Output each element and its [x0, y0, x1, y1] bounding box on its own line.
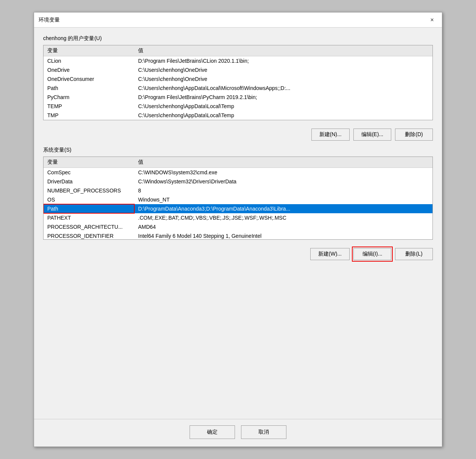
- system-table-body: ComSpecC:\WINDOWS\system32\cmd.exeDriver…: [44, 168, 432, 240]
- user-table-row[interactable]: PyCharmD:\Program Files\JetBrains\PyChar…: [44, 93, 432, 102]
- user-col-var-header: 变量: [44, 45, 134, 56]
- system-buttons-row: 新建(W)... 编辑(I)... 删除(L): [43, 248, 433, 260]
- system-var-cell: OS: [44, 195, 134, 204]
- system-table-row[interactable]: PROCESSOR_IDENTIFIERIntel64 Family 6 Mod…: [44, 231, 432, 239]
- system-delete-button[interactable]: 删除(L): [395, 248, 433, 260]
- user-table-row[interactable]: CLionD:\Program Files\JetBrains\CLion 20…: [44, 56, 432, 66]
- user-var-cell: PyCharm: [44, 93, 134, 102]
- user-var-cell: OneDriveConsumer: [44, 74, 134, 84]
- system-val-cell: 8: [134, 186, 432, 195]
- user-val-cell: C:\Users\chenhong\OneDrive: [134, 74, 432, 84]
- user-table-row[interactable]: PathC:\Users\chenhong\AppData\Local\Micr…: [44, 84, 432, 93]
- system-val-cell: Windows_NT: [134, 195, 432, 204]
- user-var-cell: CLion: [44, 56, 134, 66]
- system-var-cell: PATHEXT: [44, 213, 134, 222]
- system-table-row[interactable]: ComSpecC:\WINDOWS\system32\cmd.exe: [44, 168, 432, 177]
- system-variables-table-container: 变量 值 ComSpecC:\WINDOWS\system32\cmd.exeD…: [43, 157, 433, 240]
- user-val-cell: D:\Program Files\JetBrains\PyCharm 2019.…: [134, 93, 432, 102]
- system-table-row[interactable]: NUMBER_OF_PROCESSORS8: [44, 186, 432, 195]
- user-var-cell: TEMP: [44, 102, 134, 111]
- user-section-label: chenhong 的用户变量(U): [43, 35, 433, 42]
- system-table-row[interactable]: OSWindows_NT: [44, 195, 432, 204]
- system-col-val-header: 值: [134, 157, 432, 168]
- user-val-cell: C:\Users\chenhong\OneDrive: [134, 65, 432, 74]
- system-val-cell: C:\WINDOWS\system32\cmd.exe: [134, 168, 432, 177]
- user-val-cell: C:\Users\chenhong\AppData\Local\Temp: [134, 102, 432, 111]
- system-var-cell: PROCESSOR_ARCHITECTU...: [44, 222, 134, 231]
- user-val-cell: C:\Users\chenhong\AppData\Local\Microsof…: [134, 84, 432, 93]
- user-table-header: 变量 值: [44, 45, 432, 56]
- user-variables-table-container: 变量 值 CLionD:\Program Files\JetBrains\CLi…: [43, 45, 433, 120]
- system-var-cell: DriverData: [44, 177, 134, 186]
- system-table-row[interactable]: DriverDataC:\Windows\System32\Drivers\Dr…: [44, 177, 432, 186]
- dialog-body: chenhong 的用户变量(U) 变量 值 CLionD:\Program F…: [34, 28, 442, 419]
- user-edit-button[interactable]: 编辑(E)...: [353, 129, 391, 141]
- environment-variables-dialog: 环境变量 × chenhong 的用户变量(U) 变量 值 CLionD:\Pr…: [34, 12, 442, 447]
- system-table-header: 变量 值: [44, 157, 432, 168]
- user-table-body: CLionD:\Program Files\JetBrains\CLion 20…: [44, 56, 432, 120]
- user-buttons-row: 新建(N)... 编辑(E)... 删除(D): [43, 129, 433, 141]
- user-table-row[interactable]: TEMPC:\Users\chenhong\AppData\Local\Temp: [44, 102, 432, 111]
- system-var-cell: Path: [44, 204, 134, 213]
- ok-button[interactable]: 确定: [190, 425, 235, 439]
- user-var-cell: Path: [44, 84, 134, 93]
- system-var-cell: PROCESSOR_IDENTIFIER: [44, 231, 134, 239]
- system-col-var-header: 变量: [44, 157, 134, 168]
- system-val-cell: .COM;.EXE;.BAT;.CMD;.VBS;.VBE;.JS;.JSE;.…: [134, 213, 432, 222]
- title-bar: 环境变量 ×: [34, 12, 442, 28]
- system-new-button[interactable]: 新建(W)...: [310, 248, 350, 260]
- user-variables-table: 变量 值 CLionD:\Program Files\JetBrains\CLi…: [44, 45, 432, 120]
- system-variables-table: 变量 值 ComSpecC:\WINDOWS\system32\cmd.exeD…: [44, 157, 432, 239]
- user-table-row[interactable]: OneDriveConsumerC:\Users\chenhong\OneDri…: [44, 74, 432, 84]
- user-val-cell: C:\Users\chenhong\AppData\Local\Temp: [134, 111, 432, 120]
- user-var-cell: OneDrive: [44, 65, 134, 74]
- system-var-cell: ComSpec: [44, 168, 134, 177]
- system-table-scroll[interactable]: 变量 值 ComSpecC:\WINDOWS\system32\cmd.exeD…: [44, 157, 432, 239]
- system-section-label: 系统变量(S): [43, 147, 433, 154]
- dialog-title: 环境变量: [39, 17, 60, 23]
- user-var-cell: TMP: [44, 111, 134, 120]
- system-table-row[interactable]: PATHEXT.COM;.EXE;.BAT;.CMD;.VBS;.VBE;.JS…: [44, 213, 432, 222]
- system-val-cell: Intel64 Family 6 Model 140 Stepping 1, G…: [134, 231, 432, 239]
- system-edit-button[interactable]: 编辑(I)...: [353, 248, 391, 260]
- system-table-row[interactable]: PROCESSOR_ARCHITECTU...AMD64: [44, 222, 432, 231]
- user-table-row[interactable]: OneDriveC:\Users\chenhong\OneDrive: [44, 65, 432, 74]
- user-delete-button[interactable]: 删除(D): [395, 129, 433, 141]
- system-table-row[interactable]: PathD:\ProgramData\Anaconda3;D:\ProgramD…: [44, 204, 432, 213]
- user-table-row[interactable]: TMPC:\Users\chenhong\AppData\Local\Temp: [44, 111, 432, 120]
- close-button[interactable]: ×: [427, 15, 437, 25]
- system-val-cell: D:\ProgramData\Anaconda3;D:\ProgramData\…: [134, 204, 432, 213]
- system-val-cell: C:\Windows\System32\Drivers\DriverData: [134, 177, 432, 186]
- system-var-cell: NUMBER_OF_PROCESSORS: [44, 186, 134, 195]
- cancel-button[interactable]: 取消: [241, 425, 286, 439]
- system-val-cell: AMD64: [134, 222, 432, 231]
- user-new-button[interactable]: 新建(N)...: [311, 129, 350, 141]
- user-col-val-header: 值: [134, 45, 432, 56]
- dialog-footer: 确定 取消: [34, 419, 442, 447]
- user-val-cell: D:\Program Files\JetBrains\CLion 2020.1.…: [134, 56, 432, 66]
